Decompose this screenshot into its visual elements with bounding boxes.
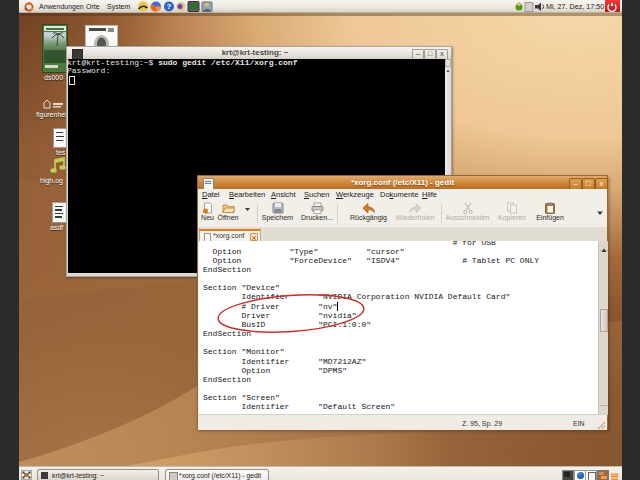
svg-text:?: ? (167, 2, 172, 11)
